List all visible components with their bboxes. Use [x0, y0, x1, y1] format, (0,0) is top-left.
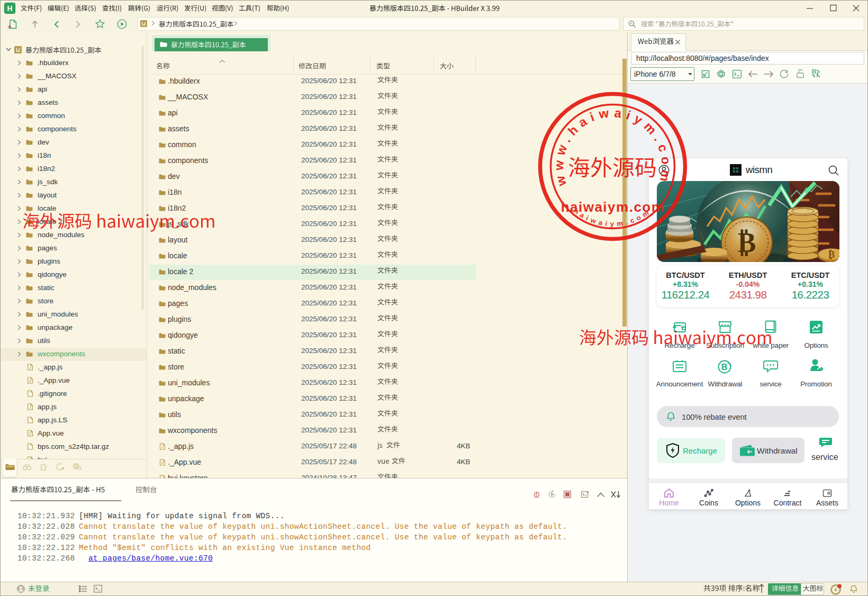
svg-text:V: V	[29, 379, 32, 383]
svg-text:V: V	[161, 461, 164, 465]
svg-text:H: H	[7, 4, 12, 13]
svg-text:J: J	[29, 405, 31, 409]
svg-text:₿: ₿	[738, 228, 756, 258]
svg-text:V: V	[29, 432, 32, 436]
svg-text:haiwaiym.com: haiwaiym.com	[561, 199, 665, 215]
svg-text:www.haiwaiym.com: www.haiwaiym.com	[551, 105, 674, 188]
svg-text:₿: ₿	[828, 249, 835, 260]
svg-text:J: J	[29, 366, 31, 369]
svg-text:J: J	[161, 445, 164, 449]
svg-text:B: B	[721, 363, 728, 372]
